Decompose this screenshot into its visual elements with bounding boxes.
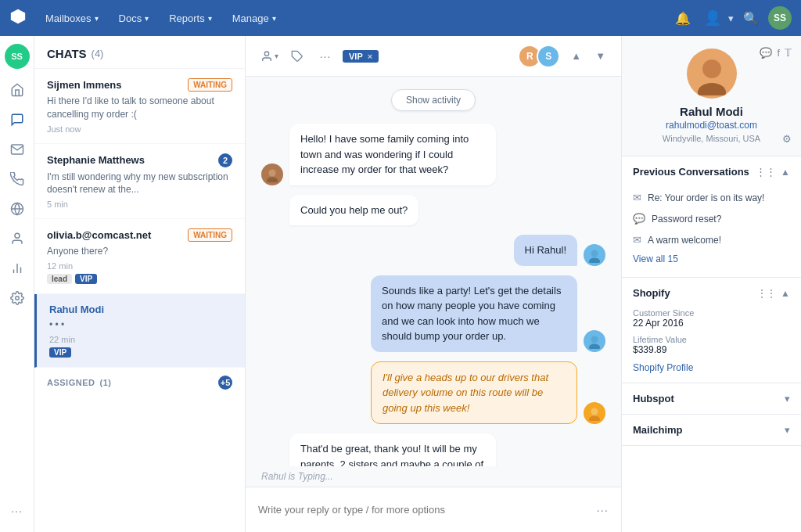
agent-avatar-icon[interactable]: 👤 [700, 5, 725, 31]
mailchimp-section[interactable]: Mailchimp ▾ [622, 415, 801, 446]
agent-system-avatar [584, 402, 605, 424]
nav-manage[interactable]: Manage ▾ [224, 8, 284, 29]
input-more-button[interactable]: ··· [596, 503, 609, 516]
chat-item-preview: I'm still wondering why my new subscript… [47, 171, 232, 197]
more-options-button[interactable]: ··· [314, 45, 336, 67]
nav-reports[interactable]: Reports ▾ [161, 8, 220, 29]
chat-social-icon[interactable]: 💬 [760, 47, 772, 59]
chat-item[interactable]: Stephanie Matthews 2 I'm still wondering… [34, 144, 245, 220]
sidebar-item-phone[interactable] [4, 166, 31, 192]
chat-item-preview: • • • [49, 318, 232, 332]
sidebar-item-people[interactable] [4, 225, 31, 252]
notifications-icon[interactable]: 🔔 [670, 5, 695, 31]
shopify-collapse-icon[interactable]: ▲ [781, 288, 790, 299]
shopify-header[interactable]: Shopify ⋮⋮ ▲ [622, 278, 801, 308]
svg-point-7 [15, 297, 19, 300]
shopify-grid-icon[interactable]: ⋮⋮ [757, 288, 776, 299]
chat-item-name: olivia.b@comcast.net [47, 229, 151, 241]
sidebar-user-avatar[interactable]: SS [5, 44, 30, 69]
chat-item-active[interactable]: Rahul Modi • • • 22 min VIP [34, 294, 245, 368]
message-bubble: Sounds like a party! Let's get the detai… [371, 275, 577, 352]
sidebar-item-chats[interactable] [4, 106, 31, 133]
message-row: That'd be great, thank you! It will be m… [261, 433, 605, 466]
prev-conversation-item[interactable]: ✉ Re: Your order is on its way! [633, 187, 790, 208]
user-avatar[interactable]: SS [768, 6, 792, 30]
status-badge: WAITING [188, 228, 232, 242]
lifetime-value: $339.89 [633, 344, 790, 355]
svg-point-11 [267, 177, 278, 182]
agent-avatar-2: S [537, 45, 560, 68]
icon-sidebar: SS ··· [0, 36, 34, 532]
message-bubble: Hi Rahul! [514, 235, 577, 266]
sidebar-item-settings[interactable] [4, 285, 31, 311]
unread-badge: 2 [218, 153, 232, 167]
twitter-social-icon[interactable]: 𝕋 [785, 47, 792, 59]
chat-item-preview: Hi there I'd like to talk to someone abo… [47, 95, 232, 121]
facebook-social-icon[interactable]: f [777, 47, 780, 59]
sidebar-item-home[interactable] [4, 77, 31, 103]
app-logo[interactable] [9, 8, 27, 29]
show-activity-button[interactable]: Show activity [391, 89, 476, 111]
hubspot-expand-icon[interactable]: ▾ [785, 393, 790, 404]
section-title: Previous Conversations [633, 166, 749, 178]
sidebar-item-mail[interactable] [4, 136, 31, 163]
contact-email[interactable]: rahulmodi@toast.com [666, 120, 757, 131]
chat-header: ▾ ··· VIP × R S ▲ ▼ [246, 36, 621, 77]
chat-item[interactable]: Sijmen Immens WAITING Hi there I'd like … [34, 69, 245, 144]
label-button[interactable] [286, 45, 308, 67]
shopify-profile-link[interactable]: Shopify Profile [633, 362, 693, 373]
message-row: I'll give a heads up to our drivers that… [261, 361, 605, 425]
chat-item-preview: Anyone there? [47, 245, 232, 258]
view-all-link[interactable]: View all 15 [633, 250, 790, 268]
lifetime-value-field: Lifetime Value $339.89 [633, 335, 790, 355]
chat-header-icons: ▾ ··· VIP × [258, 45, 379, 67]
remove-vip-button[interactable]: × [368, 52, 372, 61]
shopify-title: Shopify [633, 287, 670, 299]
section-grid-icon[interactable]: ⋮⋮ [756, 166, 776, 178]
sidebar-item-more[interactable]: ··· [4, 498, 31, 524]
nav-docs[interactable]: Docs ▾ [111, 8, 157, 29]
message-row: Sounds like a party! Let's get the detai… [261, 275, 605, 352]
vip-badge: VIP × [343, 50, 379, 63]
chat-item-name: Stephanie Matthews [47, 154, 145, 166]
svg-marker-0 [11, 9, 25, 23]
assign-button[interactable]: ▾ [258, 45, 280, 67]
chat-list-title: CHATS (4) [47, 47, 232, 60]
reply-input[interactable] [258, 504, 588, 516]
chat-item-name: Sijmen Immens [47, 79, 121, 91]
previous-conversations-header[interactable]: Previous Conversations ⋮⋮ ▲ [622, 156, 801, 187]
contact-settings-icon[interactable]: ⚙ [782, 133, 792, 145]
agent-avatar [584, 330, 605, 352]
section-title: ASSIGNED [47, 378, 95, 387]
right-panel: 💬 f 𝕋 Rahul Modi rahulmodi@toast.com Win… [621, 36, 801, 532]
section-collapse-icon[interactable]: ▲ [781, 167, 790, 178]
sidebar-item-reports[interactable] [4, 255, 31, 282]
chat-items-list: Sijmen Immens WAITING Hi there I'd like … [34, 69, 245, 532]
message-bubble: That'd be great, thank you! It will be m… [289, 433, 496, 466]
previous-message-button[interactable]: ▲ [568, 47, 584, 65]
prev-conversation-item[interactable]: 💬 Password reset? [633, 208, 790, 229]
global-search-icon[interactable]: 🔍 [738, 5, 763, 31]
chat-item[interactable]: olivia.b@comcast.net WAITING Anyone ther… [34, 219, 245, 294]
customer-since-label: Customer Since [633, 308, 790, 318]
chat-icon: 💬 [633, 213, 645, 225]
contact-name: Rahul Modi [680, 105, 743, 118]
prev-conversation-item[interactable]: ✉ A warm welcome! [633, 229, 790, 250]
message-bubble: Hello! I have some family coming into to… [289, 124, 496, 185]
sidebar-item-globe[interactable] [4, 196, 31, 222]
next-message-button[interactable]: ▼ [592, 47, 609, 65]
hubspot-section[interactable]: Hubspot ▾ [622, 383, 801, 415]
mailchimp-expand-icon[interactable]: ▾ [785, 424, 790, 436]
assigned-section-header: ASSIGNED (1) +5 [34, 368, 245, 394]
assigned-agents: R S [523, 45, 560, 68]
chat-item-time: 22 min [49, 335, 232, 344]
contact-location: Windyville, Missouri, USA [663, 134, 760, 143]
chat-area: ▾ ··· VIP × R S ▲ ▼ [246, 36, 621, 532]
previous-conversations-content: ✉ Re: Your order is on its way! 💬 Passwo… [622, 187, 801, 277]
chat-item-time: Just now [47, 124, 232, 134]
shopify-section: Shopify ⋮⋮ ▲ Customer Since 22 Apr 2016 … [622, 278, 801, 383]
previous-conversations-section: Previous Conversations ⋮⋮ ▲ ✉ Re: Your o… [622, 156, 801, 278]
nav-mailboxes[interactable]: Mailboxes ▾ [38, 8, 106, 29]
agent-menu[interactable]: 👤 ▾ [700, 5, 734, 31]
chat-list-panel: CHATS (4) Sijmen Immens WAITING Hi there… [34, 36, 246, 532]
